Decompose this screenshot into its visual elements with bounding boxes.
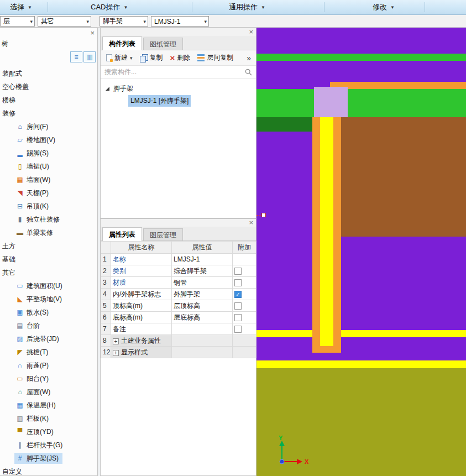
sidebar-item-scaffold[interactable]: #脚手架(JS) bbox=[0, 452, 97, 465]
tab-component-list[interactable]: 构件列表 bbox=[102, 36, 142, 50]
sidebar-item-balcony[interactable]: ▭阳台(Y) bbox=[0, 372, 97, 385]
new-button[interactable]: 新建 ▾ bbox=[103, 51, 135, 64]
sidebar-item-label: 独立柱装修 bbox=[27, 215, 60, 224]
close-icon[interactable]: × bbox=[90, 30, 95, 36]
property-row-3: 3材质钢管 bbox=[101, 277, 256, 289]
close-icon[interactable]: × bbox=[249, 29, 253, 35]
x-axis-arrow bbox=[297, 459, 302, 464]
sidebar-item-others[interactable]: 其它 bbox=[0, 266, 97, 279]
sidebar-item-hollow-floor[interactable]: 空心楼盖 bbox=[0, 80, 97, 93]
sidebar-item-label: 阳台(Y) bbox=[27, 374, 49, 384]
interlayer-copy-button[interactable]: 层间复制 bbox=[195, 51, 236, 64]
menu-general-operations[interactable]: 通用操作 ▼ bbox=[223, 0, 271, 14]
attach-cell bbox=[233, 277, 256, 289]
category-combo[interactable]: 其它 ▾ bbox=[38, 16, 91, 27]
sidebar-item-eaves[interactable]: ◤挑檐(T) bbox=[0, 346, 97, 359]
property-row-4: 4内/外脚手架标志外脚手架✓ bbox=[101, 289, 256, 300]
sidebar-item-building-area[interactable]: ▭建筑面积(U) bbox=[0, 279, 97, 292]
sidebar-item-dado[interactable]: ▯墙裙(U) bbox=[0, 160, 97, 173]
attach-checkbox[interactable]: ✓ bbox=[234, 291, 242, 298]
property-value-cell[interactable] bbox=[172, 335, 233, 347]
sidebar-item-floor-finish[interactable]: ▱楼地面(V) bbox=[0, 133, 97, 147]
sidebar-item-earthwork[interactable]: 土方 bbox=[0, 239, 97, 253]
sidebar-item-post-cast-strip[interactable]: ▨后浇带(JD) bbox=[0, 332, 97, 346]
menu-modify[interactable]: 修改 ▼ bbox=[367, 0, 400, 14]
expander-icon[interactable] bbox=[106, 87, 109, 91]
sidebar-item-apron[interactable]: ▣散水(S) bbox=[0, 306, 97, 319]
expand-icon[interactable]: + bbox=[113, 338, 119, 344]
chevron-down-icon: ▾ bbox=[130, 55, 133, 61]
skirting-icon: ▂ bbox=[15, 149, 25, 157]
property-value-cell[interactable] bbox=[172, 323, 233, 335]
property-name-cell: +土建业务属性 bbox=[111, 335, 172, 347]
sidebar-item-assembly[interactable]: 装配式 bbox=[0, 67, 97, 80]
property-value-cell[interactable]: 层底标高 bbox=[172, 312, 233, 323]
sidebar-item-canopy[interactable]: ∩雨蓬(P) bbox=[0, 359, 97, 372]
property-value-cell[interactable] bbox=[172, 347, 233, 358]
tab-drawing-management[interactable]: 图纸管理 bbox=[143, 38, 183, 50]
expand-icon[interactable]: + bbox=[113, 350, 119, 356]
attach-cell bbox=[233, 347, 256, 358]
property-table-body: 1名称LMJSJ-12类别综合脚手架3材质钢管4内/外脚手架标志外脚手架✓5顶标… bbox=[101, 254, 256, 358]
sidebar-item-suspended-ceiling[interactable]: ⊟吊顶(K) bbox=[0, 200, 97, 213]
sidebar-item-foundation[interactable]: 基础 bbox=[0, 253, 97, 266]
sidebar-item-steps[interactable]: ▤台阶 bbox=[0, 319, 97, 332]
col-header-property-value: 属性值 bbox=[172, 242, 233, 254]
property-row-2: 2类别综合脚手架 bbox=[101, 265, 256, 277]
sidebar-item-label: 楼地面(V) bbox=[27, 135, 55, 145]
delete-button[interactable]: × 删除 bbox=[167, 51, 193, 64]
property-value-cell[interactable]: 外脚手架 bbox=[172, 289, 233, 300]
sidebar-item-railing[interactable]: ∥栏杆扶手(G) bbox=[0, 438, 97, 452]
list-view-button[interactable]: ≡ bbox=[70, 51, 82, 62]
menu-separator bbox=[425, 2, 425, 12]
attach-checkbox[interactable] bbox=[234, 314, 242, 321]
interlayer-copy-label: 层间复制 bbox=[207, 53, 233, 62]
component-search-input[interactable]: 搜索构件... bbox=[101, 66, 256, 79]
menu-cad-operations[interactable]: CAD操作 ▼ bbox=[85, 0, 133, 14]
building-area-icon: ▭ bbox=[15, 282, 25, 290]
sidebar-item-site-leveling[interactable]: ◣平整场地(V) bbox=[0, 292, 97, 306]
attach-checkbox[interactable] bbox=[234, 326, 242, 333]
copy-button[interactable]: 复制 bbox=[137, 51, 166, 64]
attach-checkbox[interactable] bbox=[234, 268, 242, 275]
row-number: 1 bbox=[101, 254, 111, 265]
sidebar-item-parapet-board[interactable]: ▥栏板(K) bbox=[0, 412, 97, 425]
row-number: 3 bbox=[101, 277, 111, 289]
dado-icon: ▯ bbox=[15, 163, 25, 170]
attach-cell: ✓ bbox=[233, 289, 256, 300]
sidebar-item-beam-finish[interactable]: ▬单梁装修 bbox=[0, 226, 97, 239]
component-group-scaffold[interactable]: 脚手架 bbox=[101, 82, 256, 95]
component-combo[interactable]: LMJSJ-1 ▾ bbox=[151, 16, 209, 27]
menu-select[interactable]: 选择 ▼ bbox=[4, 0, 38, 14]
sidebar-item-coping[interactable]: ▀压顶(YD) bbox=[0, 425, 97, 438]
element-type-combo[interactable]: 脚手架 ▾ bbox=[100, 16, 148, 27]
attach-checkbox[interactable] bbox=[234, 302, 242, 310]
sidebar-item-skirting[interactable]: ▂踢脚(S) bbox=[0, 147, 97, 160]
property-value-cell[interactable]: LMJSJ-1 bbox=[172, 254, 233, 265]
sidebar-item-ceiling[interactable]: ◥天棚(P) bbox=[0, 186, 97, 200]
property-value-cell[interactable]: 综合脚手架 bbox=[172, 265, 233, 277]
attach-checkbox[interactable] bbox=[234, 279, 242, 286]
panel-view-button[interactable]: ▥ bbox=[83, 51, 96, 62]
toolbar-overflow-button[interactable]: » bbox=[244, 54, 253, 62]
sidebar-item-column-finish[interactable]: ▮独立柱装修 bbox=[0, 213, 97, 226]
component-item-lmjsj-1[interactable]: LMJSJ-1 [外脚手架] bbox=[128, 95, 256, 107]
sidebar-item-stairs[interactable]: 楼梯 bbox=[0, 93, 97, 107]
tab-layer-management[interactable]: 图层管理 bbox=[143, 228, 183, 240]
sidebar-item-label: 土方 bbox=[2, 242, 15, 251]
sidebar-item-room[interactable]: ⌂房间(F) bbox=[0, 120, 97, 133]
chevron-down-icon: ▼ bbox=[123, 5, 128, 10]
property-value-cell[interactable]: 层顶标高 bbox=[172, 300, 233, 312]
viewport-canvas[interactable]: Y X bbox=[256, 28, 466, 476]
close-icon[interactable]: × bbox=[249, 219, 253, 226]
sidebar-item-wall-face[interactable]: ▦墙面(W) bbox=[0, 173, 97, 186]
sidebar-item-roof[interactable]: ⌂屋面(W) bbox=[0, 385, 97, 399]
sidebar-item-decoration[interactable]: 装修 bbox=[0, 107, 97, 120]
tab-property-list[interactable]: 属性列表 bbox=[102, 227, 142, 241]
sidebar-item-custom[interactable]: 自定义 bbox=[0, 465, 97, 475]
sidebar-item-label: 脚手架(JS) bbox=[27, 454, 59, 463]
component-toolbar: 新建 ▾ 复制 × 删除 层间复制 » bbox=[101, 50, 256, 66]
property-value-cell[interactable]: 钢管 bbox=[172, 277, 233, 289]
sidebar-item-insulation[interactable]: ▦保温层(H) bbox=[0, 399, 97, 412]
floor-combo[interactable]: 层 ▾ bbox=[0, 16, 35, 27]
